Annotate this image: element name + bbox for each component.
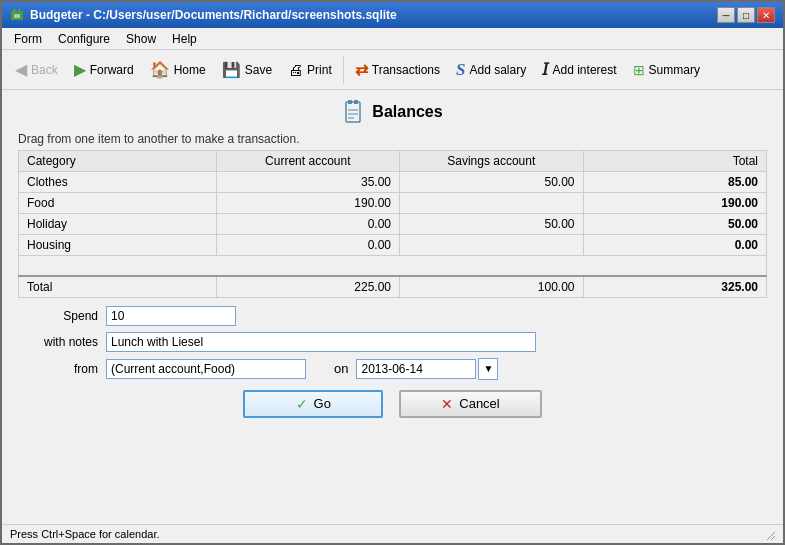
table-row: Holiday 0.00 50.00 50.00 <box>19 214 767 235</box>
add-salary-button[interactable]: S Add salary <box>449 56 533 84</box>
svg-line-11 <box>767 532 775 540</box>
spend-label: Spend <box>18 309 98 323</box>
total-label: Total <box>19 276 217 298</box>
home-label: Home <box>174 63 206 77</box>
go-checkmark-icon: ✓ <box>296 396 308 412</box>
transactions-button[interactable]: ⇄ Transactions <box>348 56 447 83</box>
notes-row: with notes <box>18 332 767 352</box>
home-icon: 🏠 <box>150 60 170 79</box>
home-button[interactable]: 🏠 Home <box>143 56 213 83</box>
toolbar-separator <box>343 56 344 84</box>
svg-line-12 <box>771 536 775 540</box>
notes-label: with notes <box>18 335 98 349</box>
grand-total: 325.00 <box>583 276 766 298</box>
menu-configure[interactable]: Configure <box>50 30 118 48</box>
balance-table: Category Current account Savings account… <box>18 150 767 298</box>
total-cell: 85.00 <box>583 172 766 193</box>
date-input[interactable] <box>356 359 476 379</box>
back-button[interactable]: ◀ Back <box>8 56 65 83</box>
current-cell: 0.00 <box>216 214 399 235</box>
svg-rect-1 <box>13 9 16 12</box>
minimize-button[interactable]: ─ <box>717 7 735 23</box>
current-cell: 0.00 <box>216 235 399 256</box>
total-cell: 190.00 <box>583 193 766 214</box>
from-label: from <box>18 362 98 376</box>
col-header-total: Total <box>583 151 766 172</box>
status-text: Press Ctrl+Space for calendar. <box>10 528 160 540</box>
app-icon <box>10 8 24 22</box>
menu-show[interactable]: Show <box>118 30 164 48</box>
spend-row: Spend <box>18 306 767 326</box>
table-row: Housing 0.00 0.00 <box>19 235 767 256</box>
savings-cell: 50.00 <box>400 214 583 235</box>
instruction-text: Drag from one item to another to make a … <box>2 130 783 150</box>
print-icon: 🖨 <box>288 61 303 78</box>
add-salary-label: Add salary <box>469 63 526 77</box>
total-cell: 0.00 <box>583 235 766 256</box>
from-row: from on ▼ <box>18 358 767 380</box>
col-header-category: Category <box>19 151 217 172</box>
table-row: Clothes 35.00 50.00 85.00 <box>19 172 767 193</box>
cancel-label: Cancel <box>459 396 499 411</box>
forward-icon: ▶ <box>74 60 86 79</box>
window-title: Budgeter - C:/Users/user/Documents/Richa… <box>30 8 397 22</box>
transactions-label: Transactions <box>372 63 440 77</box>
current-cell: 35.00 <box>216 172 399 193</box>
menu-bar: Form Configure Show Help <box>2 28 783 50</box>
summary-icon: ⊞ <box>633 62 645 78</box>
maximize-button[interactable]: □ <box>737 7 755 23</box>
col-header-current: Current account <box>216 151 399 172</box>
svg-rect-5 <box>346 102 360 122</box>
category-cell: Food <box>19 193 217 214</box>
savings-cell <box>400 193 583 214</box>
save-button[interactable]: 💾 Save <box>215 57 279 83</box>
transactions-icon: ⇄ <box>355 60 368 79</box>
main-content: Balances Drag from one item to another t… <box>2 90 783 524</box>
back-label: Back <box>31 63 58 77</box>
close-button[interactable]: ✕ <box>757 7 775 23</box>
category-cell: Clothes <box>19 172 217 193</box>
savings-cell: 50.00 <box>400 172 583 193</box>
menu-help[interactable]: Help <box>164 30 205 48</box>
spend-input[interactable] <box>106 306 236 326</box>
button-row: ✓ Go ✕ Cancel <box>18 386 767 422</box>
forward-button[interactable]: ▶ Forward <box>67 56 141 83</box>
svg-rect-6 <box>348 100 352 104</box>
go-button[interactable]: ✓ Go <box>243 390 383 418</box>
from-input[interactable] <box>106 359 306 379</box>
totals-row: Total 225.00 100.00 325.00 <box>19 276 767 298</box>
main-window: Budgeter - C:/Users/user/Documents/Richa… <box>0 0 785 545</box>
salary-icon: S <box>456 60 465 80</box>
notes-input[interactable] <box>106 332 536 352</box>
cancel-x-icon: ✕ <box>441 396 453 412</box>
resize-grip[interactable] <box>763 528 775 540</box>
summary-button[interactable]: ⊞ Summary <box>626 58 707 82</box>
total-savings: 100.00 <box>400 276 583 298</box>
balances-icon <box>342 98 364 126</box>
cancel-button[interactable]: ✕ Cancel <box>399 390 541 418</box>
savings-cell <box>400 235 583 256</box>
svg-rect-2 <box>18 9 21 12</box>
spacer-row <box>19 256 767 276</box>
menu-form[interactable]: Form <box>6 30 50 48</box>
save-label: Save <box>245 63 272 77</box>
table-row: Food 190.00 190.00 <box>19 193 767 214</box>
save-icon: 💾 <box>222 61 241 79</box>
category-cell: Housing <box>19 235 217 256</box>
summary-label: Summary <box>649 63 700 77</box>
print-button[interactable]: 🖨 Print <box>281 57 339 82</box>
interest-icon: 𝐼 <box>542 60 548 79</box>
go-label: Go <box>314 396 331 411</box>
title-bar: Budgeter - C:/Users/user/Documents/Richa… <box>2 2 783 28</box>
page-title: Balances <box>372 103 442 121</box>
print-label: Print <box>307 63 332 77</box>
on-label: on <box>334 361 348 376</box>
date-dropdown-button[interactable]: ▼ <box>478 358 498 380</box>
add-interest-button[interactable]: 𝐼 Add interest <box>535 56 623 83</box>
current-cell: 190.00 <box>216 193 399 214</box>
category-cell: Holiday <box>19 214 217 235</box>
add-interest-label: Add interest <box>553 63 617 77</box>
total-cell: 50.00 <box>583 214 766 235</box>
back-icon: ◀ <box>15 60 27 79</box>
col-header-savings: Savings account <box>400 151 583 172</box>
